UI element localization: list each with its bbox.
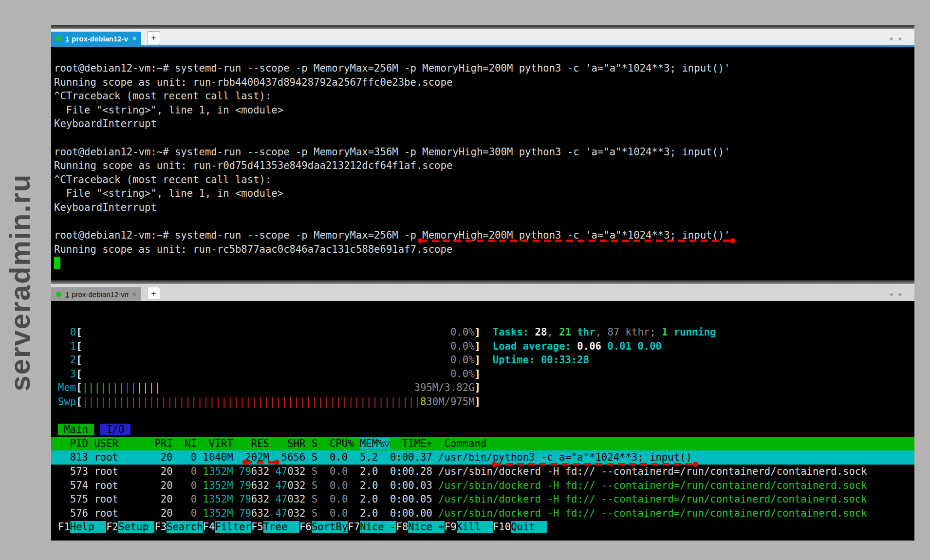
text-segment: F4 [203,521,215,533]
scroll-right-icon[interactable]: ► [898,291,908,297]
text-segment [348,466,360,477]
text-segment: 1 [203,493,209,505]
text-segment: 032 [287,480,305,491]
text-segment: F8 [396,521,409,533]
text-segment: Tree [263,521,299,533]
text-segment [58,368,70,380]
text-segment [197,507,203,519]
text-segment: F6 [299,521,312,533]
tab-scrollers: ◄► [888,291,908,297]
text-segment: S [312,480,317,491]
text-segment: [ [76,382,82,393]
close-icon[interactable]: × [132,35,136,42]
text-segment: 2.0 [360,480,378,491]
process-row[interactable]: 574 root 20 0 1352M 79632 47032 S 0.0 2.… [51,479,914,493]
scroll-left-icon[interactable]: ◄ [888,291,898,297]
htop-pane[interactable]: 0[ 0.0%] Tasks: 28, 21 thr, 87 kthr; 1 r… [51,301,914,541]
terminal-output-pane[interactable]: root@debian12-vm:~# systemd-run --scope … [51,47,914,285]
text-segment [173,466,191,477]
text-segment: PID USER PRI NI VIRT RES SHR S CPU% [58,438,360,449]
text-segment: 0.0 [330,493,348,505]
cpu1-meter: 1[ 0.0%] Load average: 0.06 0.01 0.00 [51,339,914,354]
text-segment [233,466,239,477]
text-segment: 0 [70,326,76,338]
text-segment: Main [58,424,94,435]
text-segment: Search [167,521,203,533]
text-segment: █ [54,257,60,269]
command-line: root@debian12-vm:~# systemd-run --scope … [51,145,914,159]
text-segment [269,493,275,505]
annotation-dot-icon [274,460,279,465]
text-segment [305,507,311,519]
tab-bar-bottom: 1prox-debian12-vm × + ◄► [51,284,914,301]
text-segment: 576 root 20 [58,507,173,519]
text-segment: 574 root 20 [58,480,173,491]
text-segment: 352M [209,480,233,491]
tab-label: prox-debian12-vm [72,35,128,43]
process-row-selected[interactable]: 813 root 20 0 1040M 202M 5656 S 0.0 5.2 … [51,450,914,465]
process-row[interactable]: 576 root 20 0 1352M 79632 47032 S 0.0 2.… [51,506,914,521]
text-segment: , 87 kthr [595,326,650,338]
process-row[interactable]: 573 root 20 0 1352M 79632 47032 S 0.0 2.… [51,465,914,479]
text-segment: 032 [287,493,305,505]
text-segment: 0.0% [450,368,475,380]
mem-meter: Mem[||||||||||||| 395M/3.82G] [51,381,914,395]
annotation-dot-icon [242,460,248,465]
htop-table-header[interactable]: PID USER PRI NI VIRT RES SHR S CPU% MEM%… [51,437,914,451]
text-segment: 032 [287,466,305,477]
text-segment: 632 [251,507,269,519]
tab-bar-top: 1prox-debian12-vm × + ◄► [51,29,914,45]
new-tab-button[interactable]: + [147,287,160,300]
tab-title: 1prox-debian12-vm [65,35,129,43]
text-segment: [ [76,326,82,338]
text-segment: [ [76,368,82,380]
text-segment: 47 [275,493,287,505]
text-segment: 79 [239,507,251,519]
scroll-right-icon[interactable]: ► [898,36,908,41]
tab-prox-debian12-vm-active[interactable]: 1prox-debian12-vm × [51,32,141,45]
text-segment: Nice - [360,521,396,533]
text-segment: Filter [215,521,251,533]
text-segment [378,507,390,519]
text-segment: 47 [275,480,287,491]
output-line: KeyboardInterrupt [51,117,914,131]
tab-scrollers: ◄► [888,36,908,41]
screen: serveradmin.ru 1prox-debian12-vm × + ◄► … [0,0,930,560]
text-segment: F7 [348,521,360,533]
new-tab-button[interactable]: + [147,31,160,44]
text-segment: 2.0 [360,507,378,519]
text-segment: 0:00.05 [390,493,432,505]
text-segment: 0.0 [330,466,348,477]
output-line: File "<string>", line 1, in <module> [51,103,914,117]
text-segment: 0:00.03 [390,480,432,491]
text-segment [58,340,70,352]
text-segment: 632 [251,466,269,477]
text-segment: ] [475,368,481,380]
output-line: KeyboardInterrupt [51,201,914,215]
text-segment [94,424,100,435]
text-segment: F9 [445,521,457,533]
text-segment [317,480,330,491]
text-segment: /usr/sbin/dockerd -H fd:// --containerd=… [438,466,867,477]
text-segment: 0 [191,507,197,519]
text-segment: Help [70,521,106,533]
tab-title: 1prox-debian12-vm [65,290,129,299]
text-segment: SortBy [312,521,348,533]
blank-line [51,131,914,145]
text-segment [173,480,191,491]
close-icon[interactable]: × [132,291,136,298]
htop-function-bar[interactable]: F1Help F2Setup F3SearchF4FilterF5Tree F6… [51,520,914,534]
text-segment: 30M/975M [426,396,474,408]
text-segment: ; [650,326,662,338]
htop-screen-tabs[interactable]: Main I/O [51,423,914,437]
text-segment: 1 [203,466,209,477]
scroll-left-icon[interactable]: ◄ [888,36,898,41]
text-segment: Uptime: [493,354,541,366]
text-segment [233,507,239,519]
text-segment: 1 [662,326,668,338]
text-segment [82,340,450,352]
text-segment: 21 [559,326,571,338]
text-segment: 1 [70,340,76,352]
tab-prox-debian12-vm-inactive[interactable]: 1prox-debian12-vm × [51,287,141,301]
process-row[interactable]: 575 root 20 0 1352M 79632 47032 S 0.0 2.… [51,492,914,506]
